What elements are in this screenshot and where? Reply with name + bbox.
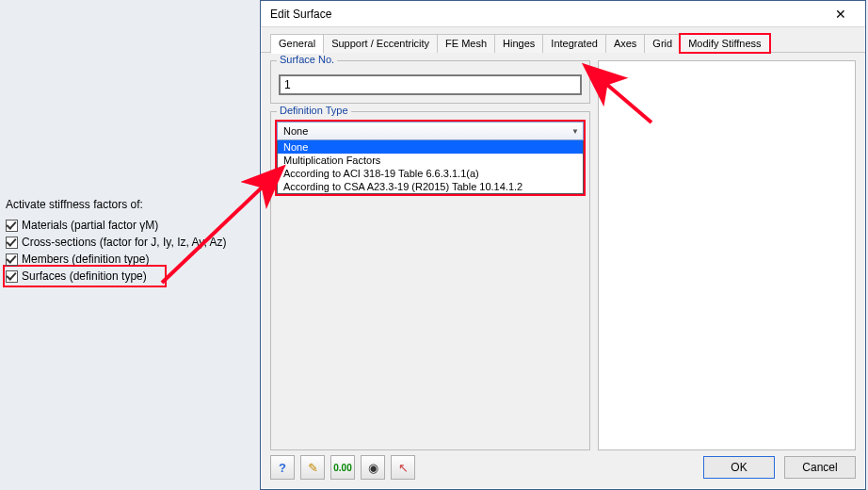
stiffness-factors-panel: Activate stiffness factors of: Materials… bbox=[6, 198, 250, 285]
checkbox-icon bbox=[6, 220, 18, 232]
units-button[interactable]: 0.00 bbox=[330, 455, 355, 480]
help-button[interactable]: ? bbox=[270, 455, 295, 480]
surface-no-input[interactable]: 1 bbox=[279, 74, 582, 95]
tab-grid[interactable]: Grid bbox=[644, 34, 681, 53]
chk-surfaces[interactable]: Surfaces (definition type) bbox=[6, 268, 164, 285]
dropdown-item-aci[interactable]: According to ACI 318-19 Table 6.6.3.1.1(… bbox=[278, 167, 583, 180]
tab-modify-stiffness[interactable]: Modify Stiffness bbox=[680, 34, 769, 53]
surface-no-label: Surface No. bbox=[277, 54, 337, 65]
definition-type-label: Definition Type bbox=[277, 105, 351, 116]
ok-button[interactable]: OK bbox=[703, 456, 775, 479]
help-icon: ? bbox=[279, 461, 286, 475]
definition-group: Definition Type None ▼ None Multiplicati… bbox=[270, 111, 590, 450]
definition-type-combo[interactable]: None ▼ bbox=[277, 122, 584, 140]
dropdown-item-multiplication[interactable]: Multiplication Factors bbox=[278, 154, 583, 167]
eye-icon: ◉ bbox=[368, 461, 378, 475]
checkbox-icon bbox=[6, 237, 18, 249]
combo-value: None bbox=[283, 125, 308, 137]
definition-type-dropdown: None Multiplication Factors According to… bbox=[277, 140, 584, 194]
preview-panel bbox=[598, 60, 856, 450]
dropdown-item-none[interactable]: None bbox=[278, 140, 583, 154]
tab-support-eccentricity[interactable]: Support / Eccentricity bbox=[323, 34, 438, 53]
dialog-title: Edit Surface bbox=[270, 8, 331, 21]
tab-row: General Support / Eccentricity FE Mesh H… bbox=[261, 27, 865, 53]
surface-no-group: Surface No. 1 bbox=[270, 60, 590, 104]
view-button[interactable]: ◉ bbox=[361, 455, 385, 480]
chk-label: Members (definition type) bbox=[22, 253, 149, 266]
checkbox-icon bbox=[6, 270, 18, 283]
pick-button[interactable]: ↖ bbox=[391, 455, 415, 480]
tab-integrated[interactable]: Integrated bbox=[542, 34, 606, 53]
chevron-down-icon: ▼ bbox=[571, 127, 579, 136]
dialog-body: Surface No. 1 Definition Type None ▼ Non… bbox=[261, 53, 865, 458]
dropdown-item-csa[interactable]: According to CSA A23.3-19 (R2015) Table … bbox=[278, 180, 583, 193]
edit-surface-dialog: Edit Surface ✕ General Support / Eccentr… bbox=[260, 0, 866, 490]
checkbox-icon bbox=[6, 253, 18, 266]
edit-button[interactable]: ✎ bbox=[300, 455, 325, 480]
chk-label: Surfaces (definition type) bbox=[22, 270, 147, 283]
close-icon: ✕ bbox=[835, 7, 846, 22]
chk-members[interactable]: Members (definition type) bbox=[6, 251, 250, 268]
stiffness-factors-title: Activate stiffness factors of: bbox=[6, 198, 250, 211]
chk-materials[interactable]: Materials (partial factor γM) bbox=[6, 217, 250, 234]
cancel-button[interactable]: Cancel bbox=[784, 456, 856, 479]
chk-cross-sections[interactable]: Cross-sections (factor for J, Iy, Iz, Ay… bbox=[6, 234, 250, 251]
chk-label: Cross-sections (factor for J, Iy, Iz, Ay… bbox=[22, 236, 226, 249]
units-icon: 0.00 bbox=[333, 463, 351, 473]
chk-label: Materials (partial factor γM) bbox=[22, 219, 158, 232]
tab-fe-mesh[interactable]: FE Mesh bbox=[437, 34, 495, 53]
tab-general[interactable]: General bbox=[270, 34, 324, 54]
close-button[interactable]: ✕ bbox=[822, 3, 860, 25]
dialog-button-bar: ? ✎ 0.00 ◉ ↖ OK Cancel bbox=[270, 455, 856, 480]
tab-axes[interactable]: Axes bbox=[605, 34, 645, 53]
dialog-titlebar: Edit Surface ✕ bbox=[261, 1, 865, 27]
tab-hinges[interactable]: Hinges bbox=[494, 34, 543, 53]
pencil-icon: ✎ bbox=[308, 461, 318, 475]
cursor-icon: ↖ bbox=[398, 461, 409, 475]
dialog-left-column: Surface No. 1 Definition Type None ▼ Non… bbox=[270, 60, 590, 450]
